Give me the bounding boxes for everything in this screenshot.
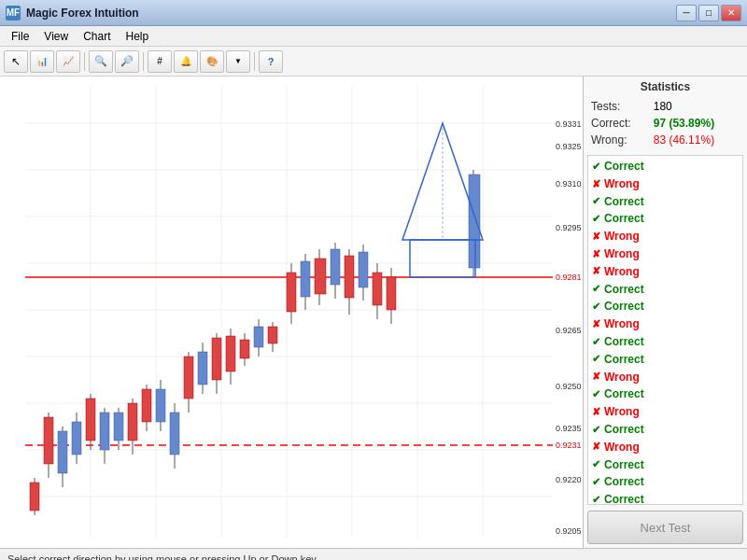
svg-text:0.9325: 0.9325 xyxy=(556,142,582,151)
correct-icon: ✔ xyxy=(592,335,600,349)
list-item: ✔Correct xyxy=(590,473,740,491)
list-item: ✔Correct xyxy=(590,421,740,439)
wrong-icon: ✘ xyxy=(592,405,600,419)
svg-rect-37 xyxy=(72,422,81,455)
status-message: Select correct direction by using mouse … xyxy=(7,553,317,561)
list-item: ✘Wrong xyxy=(590,369,740,386)
correct-icon: ✔ xyxy=(592,352,600,366)
menu-chart[interactable]: Chart xyxy=(76,28,118,45)
zoom-in-button[interactable]: 🔍 xyxy=(89,50,113,73)
svg-rect-83 xyxy=(469,175,480,268)
list-item: ✘Wrong xyxy=(590,439,740,456)
svg-text:0.9295: 0.9295 xyxy=(556,223,582,232)
close-button[interactable]: ✕ xyxy=(721,5,741,21)
maximize-button[interactable]: □ xyxy=(698,5,719,21)
svg-rect-55 xyxy=(198,352,207,385)
svg-rect-59 xyxy=(226,336,235,371)
svg-rect-75 xyxy=(345,256,354,298)
correct-icon: ✔ xyxy=(592,493,600,505)
grid-button[interactable]: # xyxy=(148,50,172,73)
svg-rect-53 xyxy=(184,357,193,399)
result-label: Correct xyxy=(604,194,644,210)
toolbar-separator-2 xyxy=(143,52,144,71)
chart-area[interactable]: 0.9331 0.9325 0.9310 0.9295 0.9281 0.926… xyxy=(0,77,584,548)
svg-text:0.9281: 0.9281 xyxy=(556,273,582,282)
correct-icon: ✔ xyxy=(592,194,600,208)
zoom-out-button[interactable]: 🔎 xyxy=(115,50,139,73)
correct-icon: ✔ xyxy=(592,457,600,471)
wrong-label: Wrong: xyxy=(589,133,650,147)
svg-rect-45 xyxy=(128,403,137,441)
toolbar: ↖ 📊 📈 🔍 🔎 # 🔔 🎨 ▼ ? xyxy=(0,47,747,77)
result-label: Correct xyxy=(604,282,644,298)
svg-rect-65 xyxy=(268,327,277,343)
status-bar: Select correct direction by using mouse … xyxy=(0,548,747,560)
cursor-tool-button[interactable]: ↖ xyxy=(4,50,28,73)
results-list: ✔Correct✘Wrong✔Correct✔Correct✘Wrong✘Wro… xyxy=(587,155,743,505)
window-controls: ─ □ ✕ xyxy=(676,5,741,21)
list-item: ✔Correct xyxy=(590,333,740,351)
dropdown-button[interactable]: ▼ xyxy=(226,50,250,73)
svg-text:0.9205: 0.9205 xyxy=(556,526,582,536)
wrong-icon: ✘ xyxy=(592,177,600,191)
right-panel: Statistics Tests: 180 Correct: 97 (53.89… xyxy=(584,77,747,548)
next-test-button[interactable]: Next Test xyxy=(587,511,743,544)
result-label: Correct xyxy=(604,352,644,368)
list-item: ✔Correct xyxy=(590,491,740,505)
list-item: ✔Correct xyxy=(590,298,740,315)
svg-rect-69 xyxy=(301,261,310,297)
title-bar: MF Magic Forex Intuition ─ □ ✕ xyxy=(0,0,747,26)
result-label: Correct xyxy=(604,474,644,490)
help-button[interactable]: ? xyxy=(259,50,283,73)
candle-chart-button[interactable]: 📈 xyxy=(56,50,80,73)
bell-button[interactable]: 🔔 xyxy=(174,50,198,73)
svg-rect-47 xyxy=(142,389,151,422)
svg-rect-43 xyxy=(114,413,123,441)
svg-text:0.9220: 0.9220 xyxy=(556,475,582,484)
correct-icon: ✔ xyxy=(592,423,600,437)
bar-chart-button[interactable]: 📊 xyxy=(30,50,54,73)
result-label: Correct xyxy=(604,299,644,315)
svg-text:0.9235: 0.9235 xyxy=(556,424,582,433)
result-label: Correct xyxy=(604,334,644,350)
result-label: Wrong xyxy=(604,246,640,262)
wrong-icon: ✘ xyxy=(592,370,600,384)
svg-text:0.9331: 0.9331 xyxy=(556,119,582,129)
list-item: ✘Wrong xyxy=(590,245,740,263)
wrong-icon: ✘ xyxy=(592,317,600,331)
list-item: ✔Correct xyxy=(590,193,740,211)
result-label: Correct xyxy=(604,159,644,175)
wrong-icon: ✘ xyxy=(592,440,600,454)
svg-rect-39 xyxy=(86,399,95,441)
list-item: ✔Correct xyxy=(590,158,740,175)
svg-text:0.9231: 0.9231 xyxy=(556,441,582,450)
list-item: ✘Wrong xyxy=(590,228,740,245)
correct-label: Correct: xyxy=(589,116,650,131)
svg-rect-31 xyxy=(30,483,39,511)
result-label: Wrong xyxy=(604,370,640,385)
menu-help[interactable]: Help xyxy=(118,28,156,45)
list-item: ✔Correct xyxy=(590,351,740,369)
menu-view[interactable]: View xyxy=(36,28,76,45)
result-label: Wrong xyxy=(604,229,640,245)
result-label: Wrong xyxy=(604,264,640,280)
correct-icon: ✔ xyxy=(592,160,600,174)
color-button[interactable]: 🎨 xyxy=(200,50,224,73)
statistics-header: Statistics xyxy=(587,80,743,93)
minimize-button[interactable]: ─ xyxy=(676,5,697,21)
list-item: ✘Wrong xyxy=(590,263,740,281)
svg-rect-61 xyxy=(240,340,249,358)
correct-icon: ✔ xyxy=(592,282,600,296)
wrong-icon: ✘ xyxy=(592,247,600,261)
svg-rect-67 xyxy=(287,273,296,312)
result-label: Correct xyxy=(604,492,644,505)
menu-file[interactable]: File xyxy=(4,28,36,45)
correct-value: 97 (53.89%) xyxy=(652,116,741,131)
svg-rect-71 xyxy=(315,259,326,294)
list-item: ✔Correct xyxy=(590,281,740,299)
result-label: Correct xyxy=(604,457,644,473)
svg-rect-35 xyxy=(58,431,67,473)
correct-icon: ✔ xyxy=(592,212,600,226)
list-item: ✘Wrong xyxy=(590,315,740,333)
wrong-icon: ✘ xyxy=(592,230,600,244)
